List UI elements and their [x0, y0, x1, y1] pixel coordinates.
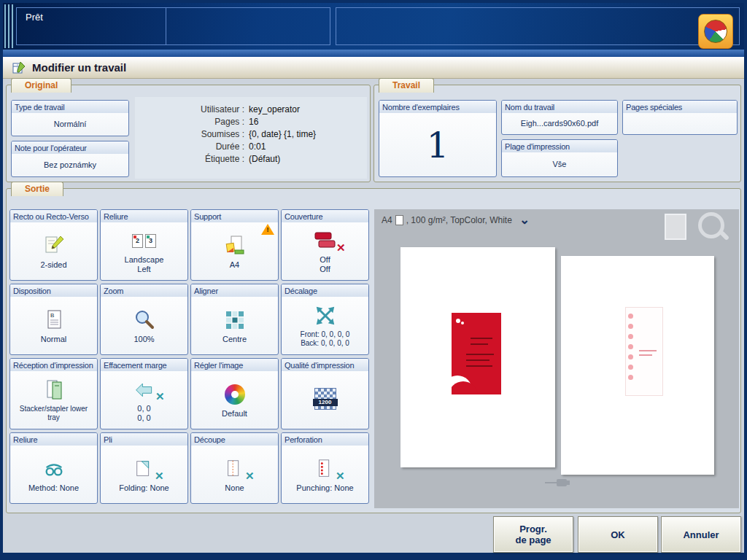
cancel-button[interactable]: Annuler: [661, 516, 741, 553]
setting-binding-orientation[interactable]: Reliure 2 3 Landscape Left: [100, 209, 188, 281]
setting-binding-method[interactable]: Reliure Method: None: [9, 432, 98, 504]
setting-label: Support: [191, 210, 278, 222]
setting-value: Method: None: [28, 483, 79, 493]
info-label: Utilisateur :: [135, 104, 244, 114]
setting-label: Couverture: [282, 210, 368, 222]
decorative-stripes: [4, 4, 15, 48]
align-icon: [224, 308, 246, 332]
svg-text:B: B: [50, 312, 54, 319]
preview-page-1: [400, 247, 555, 467]
dialog-title-bar: Modifier un travail: [3, 57, 744, 79]
media-summary[interactable]: A4 , 100 g/m², TopColor, White ⌄: [382, 215, 530, 225]
shift-arrows-icon: [314, 303, 336, 328]
dpi-badge: 1200: [313, 399, 338, 406]
job-type-combo[interactable]: Type de travail Normální: [11, 100, 129, 136]
setting-media[interactable]: Support ! A4: [190, 209, 279, 281]
setting-value: Folding: None: [119, 483, 169, 493]
job-type-value: Normální: [54, 120, 87, 129]
status-panel-right: [336, 7, 740, 45]
setting-covers[interactable]: Couverture ✕ Off Off: [281, 209, 369, 281]
tab-travail[interactable]: Travail: [379, 78, 434, 93]
setting-value: Punching: None: [296, 483, 353, 493]
info-label: Pages :: [135, 117, 244, 127]
copies-label: Nombre d'exemplaires: [379, 101, 496, 113]
setting-shift[interactable]: Décalage Front: 0, 0, 0, 0 Back: 0, 0, 0…: [281, 284, 369, 355]
trim-icon: ✕: [224, 456, 246, 481]
setting-label: Qualité d'impression: [282, 359, 368, 371]
main-area: Original Type de travail Normální Note p…: [3, 79, 744, 553]
screen: Prêt Modifier un travail Original Type d…: [0, 0, 747, 560]
setting-label: Décalage: [282, 284, 368, 297]
zoom-icon: [133, 308, 156, 332]
layout-icon: B: [42, 308, 66, 332]
setting-value: 100%: [133, 335, 154, 344]
stacker-icon: [42, 378, 66, 402]
setting-label: Disposition: [10, 284, 97, 297]
setting-value: Default: [222, 409, 247, 419]
folding-icon: ✕: [133, 456, 155, 481]
group-sortie: Sortie Recto ou Recto-Verso 2-sided: [6, 188, 741, 513]
status-panel-left: Prêt: [16, 7, 166, 45]
duplex-icon: [42, 233, 66, 258]
margin-erase-icon: ✕: [133, 377, 156, 402]
tab-original[interactable]: Original: [11, 78, 71, 93]
setting-punching[interactable]: Perforation ✕ Punching: None: [281, 432, 369, 504]
info-label: Soumises :: [135, 129, 244, 139]
setting-label: Aligner: [191, 284, 278, 297]
info-value: 0:01: [249, 141, 367, 152]
setting-value: Stacker/stapler lower tray: [20, 405, 88, 422]
status-panel-middle: [166, 7, 330, 45]
preview-zoom-icon[interactable]: [695, 209, 730, 244]
setting-layout[interactable]: Disposition B Normal: [9, 284, 98, 355]
setting-label: Perforation: [282, 433, 368, 446]
page-programming-button[interactable]: Progr. de page: [493, 516, 573, 553]
setting-zoom[interactable]: Zoom 100%: [100, 284, 188, 355]
chevron-down-icon[interactable]: ⌄: [519, 217, 530, 224]
setting-folding[interactable]: Pli ✕ Folding: None: [100, 432, 188, 504]
color-pie-icon: [704, 20, 727, 43]
operator-note-combo[interactable]: Note pour l'opérateur Bez poznámky: [11, 141, 129, 177]
setting-margin-erase[interactable]: Effacement marge ✕ 0, 0 0, 0: [100, 358, 188, 429]
info-value: key_operator: [249, 104, 367, 114]
business-card-back: [625, 307, 663, 396]
binding-method-icon: [42, 456, 66, 481]
setting-label: Reliure: [10, 433, 97, 446]
setting-duplex[interactable]: Recto ou Recto-Verso 2-sided: [9, 209, 98, 281]
page-outline-icon[interactable]: [665, 214, 686, 240]
print-range-field[interactable]: Plage d'impression Vše: [501, 139, 618, 177]
ok-button[interactable]: OK: [578, 516, 658, 553]
home-menu-button[interactable]: [698, 14, 733, 49]
media-name: A4: [382, 215, 392, 225]
info-label: Étiquette :: [135, 154, 244, 164]
special-pages-field[interactable]: Pages spéciales: [622, 100, 738, 135]
setting-trimming[interactable]: Découpe ✕ None: [190, 432, 279, 504]
setting-image-adjust[interactable]: Régler l'image Default: [190, 358, 279, 429]
preview-panel: A4 , 100 g/m², TopColor, White ⌄: [374, 209, 739, 508]
job-name-field[interactable]: Nom du travail Eigh...cards90x60.pdf: [501, 100, 618, 135]
media-detail: , 100 g/m², TopColor, White: [406, 215, 512, 225]
operator-note-label: Note pour l'opérateur: [12, 141, 128, 154]
group-original: Original Type de travail Normální Note p…: [6, 85, 371, 182]
info-value: (Défaut): [249, 154, 367, 164]
binding-orientation-icon: 2 3: [132, 228, 156, 253]
chrome-strip: [3, 50, 744, 57]
edit-job-icon: [12, 61, 26, 75]
connector-icon[interactable]: [543, 478, 573, 488]
setting-output-tray[interactable]: Réception d'impression Stacker/stapler l…: [9, 358, 98, 429]
warning-icon: !: [261, 224, 274, 236]
media-icon: [223, 233, 247, 258]
print-range-label: Plage d'impression: [502, 140, 617, 152]
setting-value: Centre: [222, 335, 247, 344]
setting-label: Recto ou Recto-Verso: [10, 210, 97, 222]
setting-label: Reliure: [101, 210, 187, 222]
setting-value: Landscape Left: [125, 255, 164, 274]
copies-field[interactable]: Nombre d'exemplaires 1: [379, 100, 497, 177]
info-value: 16: [249, 117, 367, 127]
setting-label: Régler l'image: [191, 359, 278, 371]
setting-align[interactable]: Aligner Centre: [190, 284, 279, 355]
tab-sortie[interactable]: Sortie: [11, 182, 63, 196]
setting-value: 2-sided: [40, 260, 66, 270]
setting-print-quality[interactable]: Qualité d'impression 1200: [281, 358, 369, 429]
copies-value: 1: [427, 128, 449, 163]
setting-label: Effacement marge: [101, 359, 187, 371]
